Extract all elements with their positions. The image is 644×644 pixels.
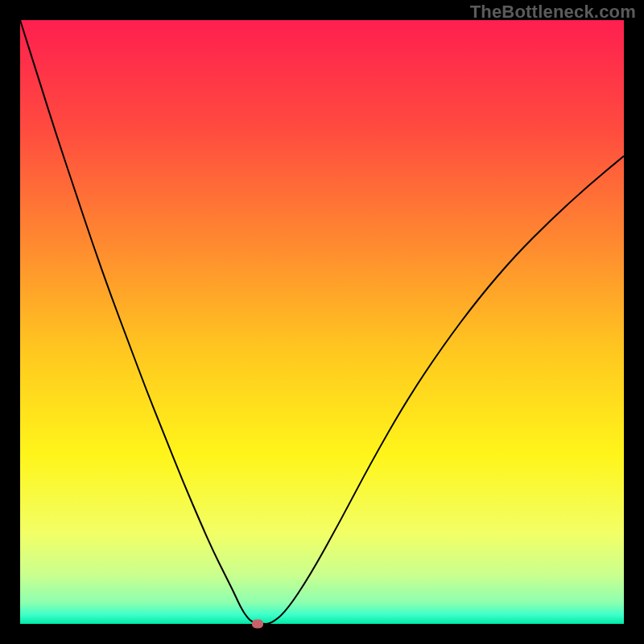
watermark-text: TheBottleneck.com bbox=[470, 2, 636, 23]
chart-frame: TheBottleneck.com bbox=[0, 0, 644, 644]
balance-point-marker bbox=[252, 620, 263, 629]
plot-area bbox=[20, 20, 624, 624]
bottleneck-curve bbox=[20, 20, 624, 624]
